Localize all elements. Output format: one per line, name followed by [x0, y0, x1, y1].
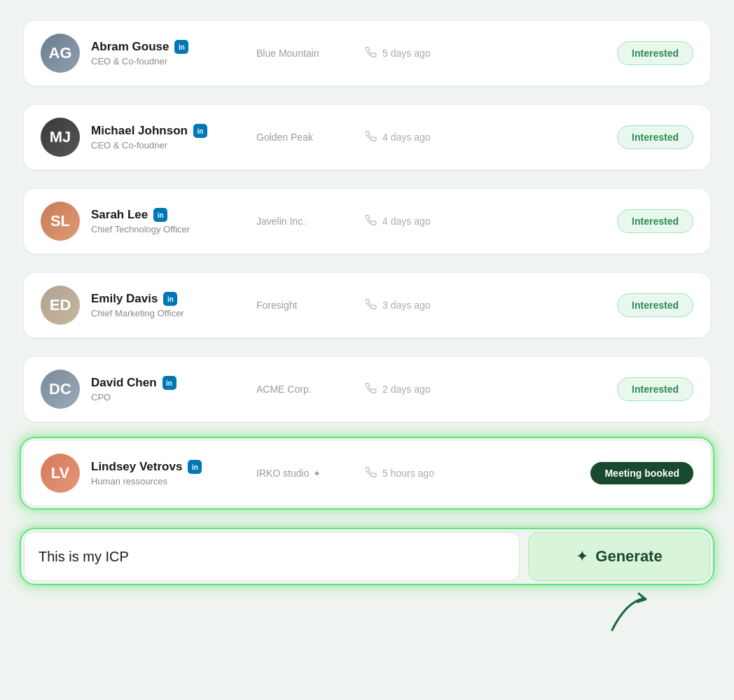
- input-section: ✦ Generate: [24, 532, 710, 581]
- person-title-emily: Chief Marketing Officer: [91, 308, 245, 318]
- time-text-david: 2 days ago: [382, 384, 431, 395]
- generate-button[interactable]: ✦ Generate: [528, 532, 710, 581]
- call-time-michael: 4 days ago: [366, 131, 478, 144]
- person-title-david: CPO: [91, 392, 245, 402]
- person-name-emily: Emily Davisin: [91, 292, 245, 306]
- contact-row-abram[interactable]: AGAbram GouseinCEO & Co-foudnerBlue Moun…: [24, 21, 710, 85]
- name-text-emily: Emily Davis: [91, 292, 158, 306]
- linkedin-badge-sarah[interactable]: in: [153, 208, 167, 222]
- time-text-michael: 4 days ago: [382, 132, 431, 143]
- status-badge-lindsey[interactable]: Meeting booked: [590, 467, 693, 479]
- contact-row-emily[interactable]: EDEmily DavisinChief Marketing OfficerFo…: [24, 273, 710, 337]
- person-name-abram: Abram Gousein: [91, 40, 245, 54]
- phone-icon-emily: [366, 299, 377, 312]
- phone-icon-michael: [366, 131, 377, 144]
- call-time-lindsey: 5 hours ago: [366, 467, 478, 480]
- icp-input-wrapper: [24, 532, 520, 581]
- phone-icon-david: [366, 383, 377, 396]
- phone-icon-lindsey: [366, 467, 377, 480]
- person-info-david: David CheninCPO: [91, 376, 245, 402]
- arrow-icon: [605, 588, 654, 637]
- linkedin-badge-abram[interactable]: in: [174, 40, 188, 54]
- generate-icon: ✦: [576, 547, 588, 566]
- avatar-michael: MJ: [41, 118, 80, 157]
- company-name-david: ACME Corp.: [256, 384, 312, 395]
- badge-label-abram: Interested: [617, 41, 693, 65]
- name-text-abram: Abram Gouse: [91, 40, 169, 54]
- company-abram: Blue Mountain: [256, 48, 354, 59]
- company-lindsey: IRKO studio✦: [256, 468, 354, 479]
- company-name-emily: Foresight: [256, 300, 297, 311]
- contacts-list: AGAbram GouseinCEO & Co-foudnerBlue Moun…: [24, 21, 710, 515]
- contact-row-lindsey[interactable]: LVLindsey VetrovsinHuman ressourcesIRKO …: [24, 441, 710, 505]
- call-time-david: 2 days ago: [366, 383, 478, 396]
- badge-label-emily: Interested: [617, 293, 693, 317]
- badge-label-michael: Interested: [617, 125, 693, 149]
- call-time-abram: 5 days ago: [366, 47, 478, 60]
- call-time-sarah: 4 days ago: [366, 215, 478, 228]
- status-badge-michael[interactable]: Interested: [617, 131, 693, 144]
- status-badge-sarah[interactable]: Interested: [617, 215, 693, 227]
- name-text-michael: Michael Johnson: [91, 124, 188, 138]
- person-name-michael: Michael Johnsonin: [91, 124, 245, 138]
- name-text-david: David Chen: [91, 376, 157, 390]
- person-title-abram: CEO & Co-foudner: [91, 56, 245, 66]
- avatar-abram: AG: [41, 34, 80, 73]
- linkedin-badge-michael[interactable]: in: [193, 124, 207, 138]
- company-name-sarah: Javelin Inc.: [256, 216, 305, 227]
- person-title-sarah: Chief Technology Officer: [91, 224, 245, 234]
- avatar-david: DC: [41, 370, 80, 409]
- status-badge-emily[interactable]: Interested: [617, 299, 693, 312]
- linkedin-badge-david[interactable]: in: [162, 376, 176, 390]
- avatar-emily: ED: [41, 286, 80, 325]
- person-info-emily: Emily DavisinChief Marketing Officer: [91, 292, 245, 318]
- name-text-sarah: Sarah Lee: [91, 208, 148, 222]
- person-name-david: David Chenin: [91, 376, 245, 390]
- company-sarah: Javelin Inc.: [256, 216, 354, 227]
- linkedin-badge-lindsey[interactable]: in: [188, 460, 202, 474]
- company-david: ACME Corp.: [256, 384, 354, 395]
- person-title-lindsey: Human ressources: [91, 476, 245, 486]
- name-text-lindsey: Lindsey Vetrovs: [91, 460, 182, 474]
- time-text-abram: 5 days ago: [382, 48, 431, 59]
- time-text-lindsey: 5 hours ago: [382, 468, 434, 479]
- company-name-lindsey: IRKO studio: [256, 468, 309, 479]
- time-text-emily: 3 days ago: [382, 300, 431, 311]
- person-info-sarah: Sarah LeeinChief Technology Officer: [91, 208, 245, 234]
- phone-icon-sarah: [366, 215, 377, 228]
- person-info-abram: Abram GouseinCEO & Co-foudner: [91, 40, 245, 66]
- person-info-lindsey: Lindsey VetrovsinHuman ressources: [91, 460, 245, 486]
- person-name-lindsey: Lindsey Vetrovsin: [91, 460, 245, 474]
- badge-label-sarah: Interested: [617, 209, 693, 233]
- company-name-michael: Golden Peak: [256, 132, 313, 143]
- company-spark-lindsey: ✦: [313, 468, 321, 479]
- generate-label: Generate: [595, 547, 662, 566]
- input-row: ✦ Generate: [24, 532, 710, 581]
- linkedin-badge-emily[interactable]: in: [163, 292, 177, 306]
- contact-row-sarah[interactable]: SLSarah LeeinChief Technology OfficerJav…: [24, 189, 710, 253]
- badge-label-lindsey: Meeting booked: [590, 462, 693, 484]
- person-title-michael: CEO & Co-foudner: [91, 140, 245, 150]
- person-info-michael: Michael JohnsoninCEO & Co-foudner: [91, 124, 245, 150]
- person-name-sarah: Sarah Leein: [91, 208, 245, 222]
- company-michael: Golden Peak: [256, 132, 354, 143]
- status-badge-abram[interactable]: Interested: [617, 47, 693, 59]
- company-emily: Foresight: [256, 300, 354, 311]
- time-text-sarah: 4 days ago: [382, 216, 431, 227]
- avatar-sarah: SL: [41, 202, 80, 241]
- contact-row-david[interactable]: DCDavid CheninCPOACME Corp.2 days agoInt…: [24, 357, 710, 421]
- company-name-abram: Blue Mountain: [256, 48, 319, 59]
- phone-icon-abram: [366, 47, 377, 60]
- contact-row-michael[interactable]: MJMichael JohnsoninCEO & Co-foudnerGolde…: [24, 105, 710, 169]
- icp-input[interactable]: [39, 549, 505, 565]
- arrow-section: [24, 588, 710, 637]
- badge-label-david: Interested: [617, 377, 693, 401]
- status-badge-david[interactable]: Interested: [617, 383, 693, 396]
- avatar-lindsey: LV: [41, 454, 80, 493]
- call-time-emily: 3 days ago: [366, 299, 478, 312]
- main-container: AGAbram GouseinCEO & Co-foudnerBlue Moun…: [24, 21, 710, 637]
